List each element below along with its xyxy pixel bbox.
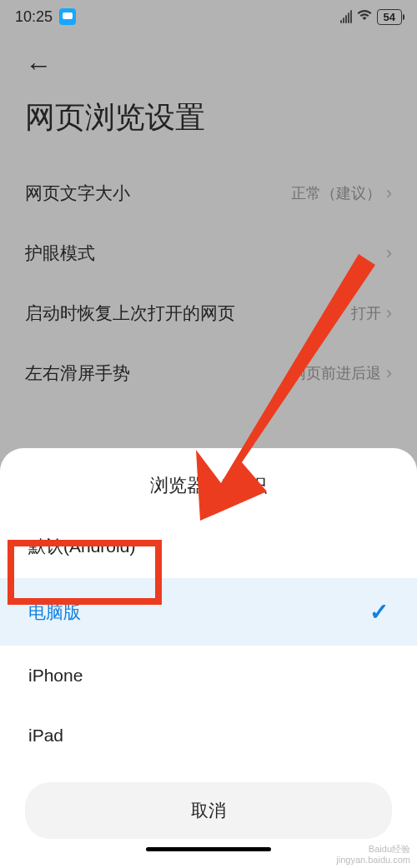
battery-indicator: 54 xyxy=(377,9,402,25)
option-label: iPhone xyxy=(28,666,83,686)
ua-option-iphone[interactable]: iPhone xyxy=(0,646,417,706)
signal-icon xyxy=(340,10,352,23)
setting-label: 网页文字大小 xyxy=(25,182,130,205)
chevron-right-icon: › xyxy=(386,362,392,384)
watermark: Baidu经验 jingyan.baidu.com xyxy=(336,844,410,866)
sheet-title: 浏览器UA标识 xyxy=(0,473,417,498)
page-title: 网页浏览设置 xyxy=(0,89,417,163)
status-bar: 10:25 54 xyxy=(0,0,417,33)
notification-app-icon xyxy=(59,8,76,25)
status-time: 10:25 xyxy=(15,8,53,26)
setting-restore-pages[interactable]: 启动时恢复上次打开的网页 打开› xyxy=(0,283,417,343)
ua-selector-sheet: 浏览器UA标识 默认(Android) 电脑版 ✓ iPhone iPad 取消 xyxy=(0,448,417,868)
setting-value: 打开 xyxy=(351,303,381,323)
ua-option-ipad[interactable]: iPad xyxy=(0,706,417,766)
cancel-button[interactable]: 取消 xyxy=(25,782,392,839)
setting-label: 左右滑屏手势 xyxy=(25,362,130,385)
home-indicator[interactable] xyxy=(146,847,271,851)
chevron-right-icon: › xyxy=(386,302,392,324)
ua-option-desktop[interactable]: 电脑版 ✓ xyxy=(0,578,417,646)
option-label: 默认(Android) xyxy=(28,535,135,558)
setting-value: 网页前进后退 xyxy=(291,363,381,383)
setting-eye-protection[interactable]: 护眼模式 › xyxy=(0,223,417,283)
setting-label: 启动时恢复上次打开的网页 xyxy=(25,302,235,325)
setting-label: 护眼模式 xyxy=(25,242,95,265)
option-label: 电脑版 xyxy=(28,601,81,624)
check-icon: ✓ xyxy=(369,598,389,626)
setting-swipe-gesture[interactable]: 左右滑屏手势 网页前进后退› xyxy=(0,343,417,403)
wifi-icon xyxy=(357,9,372,24)
setting-value: 正常（建议） xyxy=(291,183,381,203)
ua-option-android[interactable]: 默认(Android) xyxy=(0,515,417,578)
option-label: iPad xyxy=(28,726,63,746)
chevron-right-icon: › xyxy=(386,182,392,204)
chevron-right-icon: › xyxy=(386,242,392,264)
back-button[interactable]: ← xyxy=(0,33,417,89)
setting-text-size[interactable]: 网页文字大小 正常（建议）› xyxy=(0,163,417,223)
